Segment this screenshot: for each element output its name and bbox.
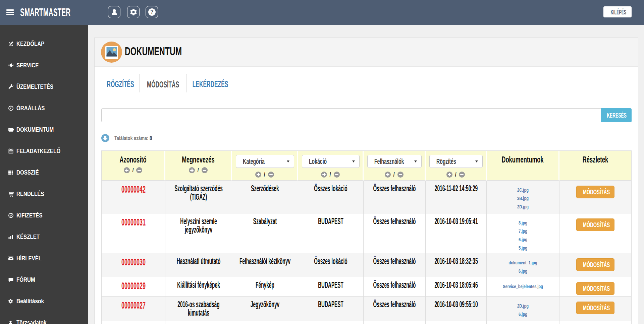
svg-text:?: ? xyxy=(150,9,154,15)
